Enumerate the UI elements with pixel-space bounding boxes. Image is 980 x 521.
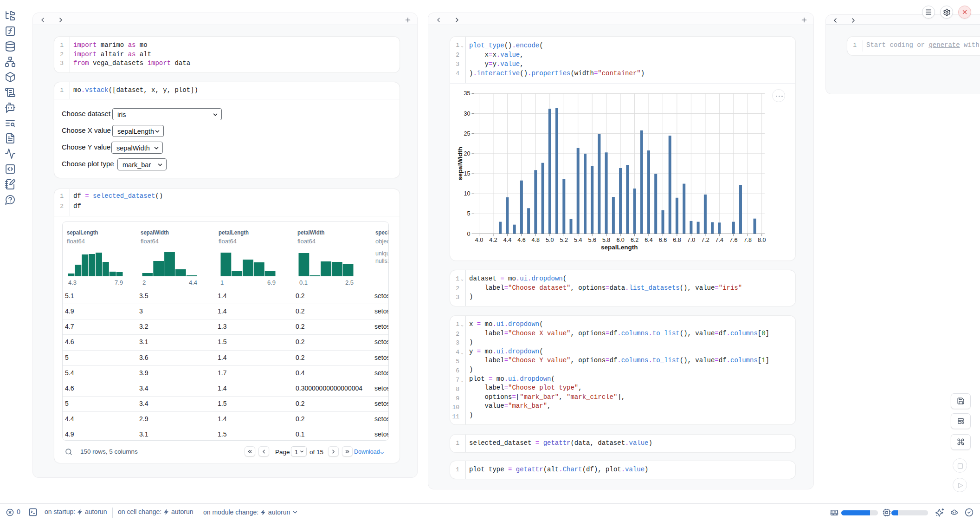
- svg-text:5.6: 5.6: [588, 237, 596, 243]
- svg-text:5.4: 5.4: [574, 237, 582, 243]
- svg-text:5: 5: [467, 210, 471, 217]
- svg-text:4.6: 4.6: [517, 237, 525, 243]
- svg-text:10: 10: [464, 190, 471, 197]
- svg-text:6.4: 6.4: [645, 237, 652, 243]
- svg-text:6.6: 6.6: [659, 237, 667, 243]
- svg-text:25: 25: [464, 130, 471, 137]
- svg-text:4.8: 4.8: [532, 237, 540, 243]
- svg-text:6.0: 6.0: [616, 237, 624, 243]
- svg-text:5.2: 5.2: [560, 237, 568, 243]
- svg-text:7.2: 7.2: [701, 237, 709, 243]
- svg-text:0: 0: [467, 231, 471, 237]
- svg-text:7.8: 7.8: [744, 237, 752, 243]
- svg-text:20: 20: [464, 150, 471, 157]
- svg-text:35: 35: [464, 90, 471, 97]
- svg-text:sepalWidth: sepalWidth: [457, 147, 464, 180]
- svg-text:7.6: 7.6: [729, 237, 737, 243]
- svg-text:15: 15: [464, 170, 471, 177]
- svg-text:4.4: 4.4: [503, 237, 511, 243]
- svg-text:5.0: 5.0: [546, 237, 554, 243]
- svg-text:6.2: 6.2: [631, 237, 638, 243]
- svg-text:30: 30: [464, 111, 471, 117]
- svg-text:4.2: 4.2: [489, 237, 497, 243]
- svg-text:6.8: 6.8: [673, 237, 681, 243]
- svg-text:sepalLength: sepalLength: [601, 244, 638, 251]
- svg-text:4.0: 4.0: [475, 237, 483, 243]
- svg-text:8.0: 8.0: [758, 237, 766, 243]
- svg-text:7.0: 7.0: [687, 237, 695, 243]
- svg-text:5.8: 5.8: [602, 237, 610, 243]
- svg-text:7.4: 7.4: [716, 237, 723, 243]
